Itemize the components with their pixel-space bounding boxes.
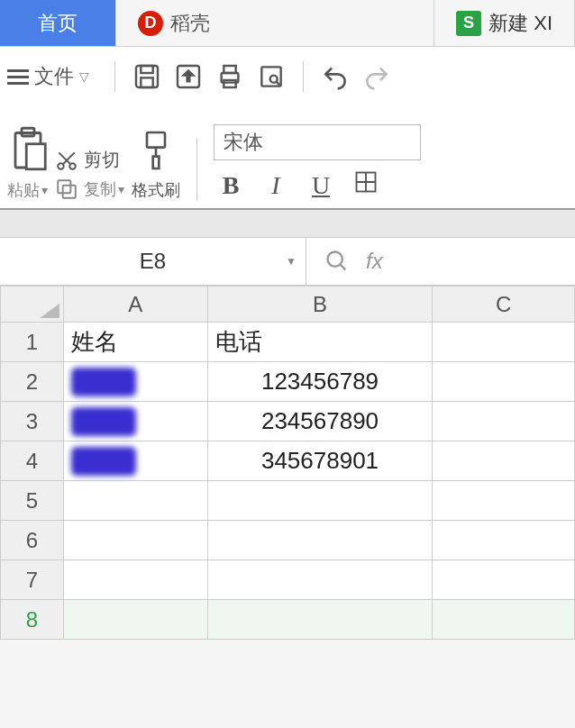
chevron-down-icon: ▽ (79, 69, 89, 84)
row-header-5[interactable]: 5 (1, 481, 64, 521)
gap-area (0, 210, 575, 237)
cell-reference-box[interactable]: E8 ▼ (0, 238, 306, 285)
save-button[interactable] (128, 58, 166, 96)
spreadsheet: A B C 1 姓名 电话 2 123456789 3 234567890 4 … (0, 286, 575, 640)
toolbar-row-main: 粘贴▾ 剪切 复制▾ 格式刷 B (7, 124, 568, 201)
cut-copy-group: 剪切 复制▾ (55, 148, 124, 201)
redacted-name (71, 368, 136, 396)
tab-home[interactable]: 首页 (0, 0, 116, 46)
divider (114, 61, 115, 92)
copy-label: 复制▾ (84, 178, 124, 200)
row-header-1[interactable]: 1 (1, 323, 64, 362)
cell-c7[interactable] (433, 560, 575, 600)
col-header-b[interactable]: B (207, 287, 433, 323)
underline-button[interactable]: U (304, 171, 338, 200)
tab-docer-label: 稻壳 (170, 10, 210, 37)
zoom-icon[interactable] (324, 249, 350, 274)
cell-c6[interactable] (433, 521, 575, 560)
row-header-2[interactable]: 2 (1, 362, 64, 402)
paste-label: 粘贴▾ (7, 179, 48, 201)
font-group: B I U (214, 124, 421, 201)
cell-c5[interactable] (433, 481, 575, 521)
divider (196, 138, 197, 201)
col-header-a[interactable]: A (63, 287, 207, 323)
tab-new-label: 新建 XI (488, 10, 552, 37)
cell-c8 (433, 600, 575, 640)
redacted-name (71, 407, 136, 436)
svg-rect-1 (141, 66, 152, 73)
redacted-name (71, 447, 136, 476)
export-button[interactable] (169, 58, 207, 96)
row-header-8[interactable]: 8 (1, 600, 64, 640)
file-menu[interactable]: 文件 ▽ (7, 63, 89, 90)
chevron-down-icon[interactable]: ▼ (286, 255, 297, 268)
tab-new-sheet[interactable]: S 新建 XI (434, 0, 575, 46)
copy-button[interactable]: 复制▾ (55, 177, 124, 201)
formula-bar: E8 ▼ fx (0, 237, 575, 286)
format-brush-group[interactable]: 格式刷 (132, 129, 180, 201)
svg-point-18 (328, 252, 342, 267)
format-buttons: B I U (214, 169, 421, 201)
sheet-icon: S (456, 11, 481, 36)
cell-c4[interactable] (433, 441, 575, 481)
grid-table: A B C 1 姓名 电话 2 123456789 3 234567890 4 … (0, 286, 575, 640)
cell-a1[interactable]: 姓名 (63, 323, 207, 362)
undo-button[interactable] (316, 58, 354, 96)
paste-icon (9, 125, 47, 176)
cell-a3[interactable] (63, 402, 207, 441)
divider (303, 61, 304, 92)
svg-rect-15 (63, 186, 76, 198)
svg-rect-14 (58, 180, 70, 193)
cell-a8[interactable] (63, 600, 207, 640)
row-header-4[interactable]: 4 (1, 441, 64, 481)
cell-b7[interactable] (207, 560, 433, 600)
bold-button[interactable]: B (214, 171, 248, 200)
fx-button[interactable]: fx (366, 249, 383, 274)
svg-rect-0 (136, 66, 158, 87)
cell-a5[interactable] (63, 481, 207, 521)
preview-button[interactable] (252, 58, 290, 96)
cell-a4[interactable] (63, 441, 207, 481)
row-header-6[interactable]: 6 (1, 521, 64, 560)
font-name-input[interactable] (214, 124, 421, 160)
top-tabs: 首页 D 稻壳 S 新建 XI (0, 0, 575, 47)
cell-b6[interactable] (207, 521, 433, 560)
svg-rect-2 (141, 77, 152, 87)
redo-button[interactable] (358, 58, 396, 96)
cell-c2[interactable] (433, 362, 575, 402)
cell-a7[interactable] (63, 560, 207, 600)
cell-b1[interactable]: 电话 (207, 323, 433, 362)
formula-tools: fx (306, 249, 401, 274)
cell-b4[interactable]: 345678901 (207, 441, 433, 481)
docer-icon: D (138, 11, 163, 36)
format-brush-label: 格式刷 (132, 179, 180, 201)
cut-label: 剪切 (84, 148, 120, 172)
cell-b2[interactable]: 123456789 (207, 362, 433, 402)
cell-b5[interactable] (207, 481, 433, 521)
toolbar: 文件 ▽ 粘贴▾ (0, 47, 575, 210)
cut-button[interactable]: 剪切 (55, 148, 124, 172)
svg-rect-16 (147, 132, 165, 148)
cell-a2[interactable] (63, 362, 207, 402)
svg-rect-5 (224, 66, 235, 73)
row-header-7[interactable]: 7 (1, 560, 64, 600)
svg-rect-6 (224, 80, 235, 87)
cell-b3[interactable]: 234567890 (207, 402, 433, 441)
cell-c3[interactable] (433, 402, 575, 441)
select-all-corner[interactable] (1, 287, 64, 323)
row-header-3[interactable]: 3 (1, 402, 64, 441)
cell-c1[interactable] (433, 323, 575, 362)
svg-rect-11 (26, 144, 45, 169)
italic-button[interactable]: I (259, 171, 293, 200)
hamburger-icon (7, 66, 29, 88)
border-button[interactable] (349, 169, 383, 201)
cell-b8[interactable] (207, 600, 433, 640)
paste-group[interactable]: 粘贴▾ (7, 125, 48, 201)
print-button[interactable] (211, 58, 249, 96)
file-menu-label: 文件 (34, 63, 74, 90)
brush-icon (138, 129, 174, 176)
cell-a6[interactable] (63, 521, 207, 560)
col-header-c[interactable]: C (433, 287, 575, 323)
toolbar-row-quick: 文件 ▽ (7, 58, 568, 112)
tab-docer[interactable]: D 稻壳 (116, 0, 434, 46)
